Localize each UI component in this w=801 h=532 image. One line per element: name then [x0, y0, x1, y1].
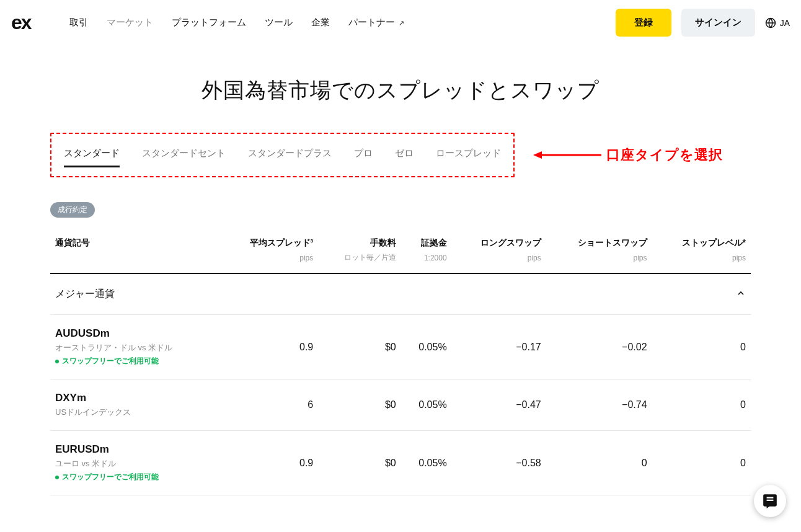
- symbol-description: USドルインデックス: [55, 407, 215, 418]
- symbol-description: ユーロ vs 米ドル: [55, 458, 215, 469]
- cell-long-swap: −0.47: [452, 379, 546, 431]
- cell-spread: 6: [220, 379, 318, 431]
- page-title: 外国為替市場でのスプレッドとスワップ: [0, 76, 801, 105]
- annotation: 口座タイプを選択: [533, 146, 723, 164]
- tab-raw-spread[interactable]: ロースプレッド: [436, 148, 501, 167]
- cell-long-swap: −0.58: [452, 431, 546, 495]
- group-row-majors[interactable]: メジャー通貨: [50, 273, 751, 315]
- cell-symbol: AUDUSDm オーストラリア・ドル vs 米ドル スワップフリーでご利用可能: [50, 315, 220, 379]
- cell-short-swap: −0.02: [546, 315, 652, 379]
- col-stop-level-sub: pips: [652, 252, 751, 273]
- chat-icon: [762, 493, 778, 495]
- header: ex 取引 マーケット プラットフォーム ツール 企業 パートナー ↗ 登録 サ…: [0, 0, 801, 45]
- cell-symbol: DXYm USドルインデックス: [50, 379, 220, 431]
- cell-fee: $0: [318, 431, 401, 495]
- cell-margin: 0.05%: [401, 379, 452, 431]
- table-header-row: 通貨記号 平均スプレッド³ 手数料 証拠金 ロングスワップ ショートスワップ ス…: [50, 229, 751, 252]
- spreads-table: 通貨記号 平均スプレッド³ 手数料 証拠金 ロングスワップ ショートスワップ ス…: [50, 229, 751, 495]
- nav-trading[interactable]: 取引: [69, 17, 88, 29]
- arrow-icon: [533, 149, 601, 161]
- symbol-code: EURUSDm: [55, 443, 215, 456]
- cell-fee: $0: [318, 315, 401, 379]
- language-switcher[interactable]: JA: [765, 17, 790, 29]
- main-content: スタンダード スタンダードセント スタンダードプラス プロ ゼロ ロースプレッド…: [50, 133, 751, 495]
- cell-spread: 0.9: [220, 315, 318, 379]
- cell-short-swap: −0.74: [546, 379, 652, 431]
- nav-partner[interactable]: パートナー ↗: [348, 17, 404, 29]
- col-long-swap: ロングスワップ: [452, 229, 546, 252]
- annotation-text: 口座タイプを選択: [606, 146, 723, 164]
- chat-button[interactable]: [754, 485, 786, 495]
- execution-badge: 成行約定: [50, 202, 95, 218]
- table-row[interactable]: EURUSDm ユーロ vs 米ドル スワップフリーでご利用可能 0.9 $0 …: [50, 431, 751, 495]
- col-symbol: 通貨記号: [50, 229, 220, 252]
- cell-margin: 0.05%: [401, 431, 452, 495]
- col-fee-sub: ロット毎／片道: [318, 252, 401, 273]
- nav-company[interactable]: 企業: [311, 17, 330, 29]
- language-label: JA: [780, 18, 790, 28]
- nav-platform[interactable]: プラットフォーム: [172, 17, 246, 29]
- main-nav: 取引 マーケット プラットフォーム ツール 企業 パートナー ↗: [69, 17, 404, 29]
- logo[interactable]: ex: [11, 11, 31, 34]
- table-subheader-row: pips ロット毎／片道 1:2000 pips pips pips: [50, 252, 751, 273]
- chevron-up-icon: [736, 288, 746, 298]
- col-stop-level: ストップレベル*: [652, 229, 751, 252]
- signin-button[interactable]: サインイン: [681, 9, 755, 37]
- cell-fee: $0: [318, 379, 401, 431]
- register-button[interactable]: 登録: [616, 9, 671, 37]
- group-toggle[interactable]: [652, 273, 751, 315]
- cell-long-swap: −0.17: [452, 315, 546, 379]
- tabs-wrapper: スタンダード スタンダードセント スタンダードプラス プロ ゼロ ロースプレッド…: [50, 133, 751, 177]
- swap-free-badge: スワップフリーでご利用可能: [55, 356, 215, 366]
- tab-standard-cent[interactable]: スタンダードセント: [142, 148, 226, 167]
- col-margin-sub: 1:2000: [401, 252, 452, 273]
- cell-short-swap: 0: [546, 431, 652, 495]
- tab-standard[interactable]: スタンダード: [64, 148, 120, 167]
- symbol-code: AUDUSDm: [55, 327, 215, 340]
- nav-tools[interactable]: ツール: [265, 17, 293, 29]
- cell-symbol: EURUSDm ユーロ vs 米ドル スワップフリーでご利用可能: [50, 431, 220, 495]
- col-short-swap: ショートスワップ: [546, 229, 652, 252]
- cell-margin: 0.05%: [401, 315, 452, 379]
- nav-market[interactable]: マーケット: [107, 17, 153, 29]
- symbol-description: オーストラリア・ドル vs 米ドル: [55, 342, 215, 353]
- external-link-icon: ↗: [399, 19, 404, 27]
- table-row[interactable]: DXYm USドルインデックス 6 $0 0.05% −0.47 −0.74 0: [50, 379, 751, 431]
- col-symbol-sub: [50, 252, 220, 273]
- cell-stop-level: 0: [652, 315, 751, 379]
- cell-stop-level: 0: [652, 431, 751, 495]
- account-type-tabs: スタンダード スタンダードセント スタンダードプラス プロ ゼロ ロースプレッド: [50, 133, 515, 177]
- tab-pro[interactable]: プロ: [354, 148, 373, 167]
- table-row[interactable]: AUDUSDm オーストラリア・ドル vs 米ドル スワップフリーでご利用可能 …: [50, 315, 751, 379]
- col-long-swap-sub: pips: [452, 252, 546, 273]
- col-spread: 平均スプレッド³: [220, 229, 318, 252]
- group-label: メジャー通貨: [50, 273, 652, 315]
- tab-standard-plus[interactable]: スタンダードプラス: [248, 148, 332, 167]
- col-short-swap-sub: pips: [546, 252, 652, 273]
- swap-free-badge: スワップフリーでご利用可能: [55, 472, 215, 482]
- svg-marker-2: [533, 151, 542, 159]
- header-actions: 登録 サインイン JA: [616, 9, 790, 37]
- col-fee: 手数料: [318, 229, 401, 252]
- cell-stop-level: 0: [652, 379, 751, 431]
- symbol-code: DXYm: [55, 392, 215, 404]
- tab-zero[interactable]: ゼロ: [395, 148, 414, 167]
- globe-icon: [765, 17, 776, 29]
- cell-spread: 0.9: [220, 431, 318, 495]
- col-spread-sub: pips: [220, 252, 318, 273]
- col-margin: 証拠金: [401, 229, 452, 252]
